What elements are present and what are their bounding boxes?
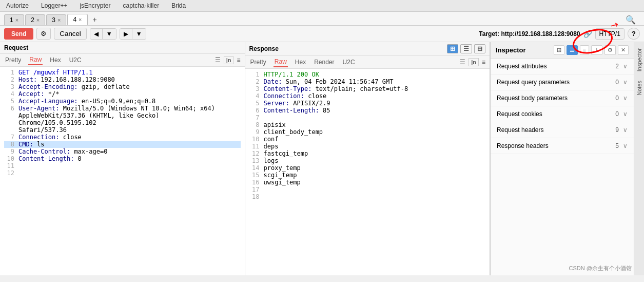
inspector-view-2[interactable]: ☰ — [567, 45, 578, 55]
response-header: Response ⊞ ☰ ⊟ — [245, 42, 490, 56]
prev-arrow[interactable]: ◀ — [90, 29, 103, 39]
response-action-list[interactable]: ☰ — [460, 59, 465, 66]
forward-down-arrow[interactable]: ▼ — [132, 29, 146, 39]
tab-2-close[interactable]: × — [36, 17, 40, 23]
request-line-6b: AppleWebKit/537.36 (KHTML, like Gecko) C… — [4, 112, 241, 126]
response-title: Response — [249, 45, 279, 52]
tab-3-close[interactable]: × — [57, 17, 61, 23]
request-line-7: 7 Connection: close — [4, 134, 241, 141]
inspector-count-body: 0 — [615, 95, 619, 102]
request-tab-hex[interactable]: Hex — [49, 55, 62, 65]
response-view-split[interactable]: ⊟ — [474, 44, 485, 53]
add-tab-button[interactable]: + — [89, 14, 101, 25]
cancel-button[interactable]: Cancel — [54, 28, 87, 40]
plugin-jsencrypter[interactable]: jsEncrypter — [77, 1, 112, 10]
request-action-menu[interactable]: ≡ — [237, 57, 240, 64]
chevron-cookies: ∨ — [623, 110, 628, 118]
forward-arrow[interactable]: ▶ — [120, 29, 132, 39]
request-line-5: 5 Accept-Language: en-US;q=0.9,en;q=0.8 — [4, 98, 241, 105]
request-line-6: 6 User-Agent: Mozilla/5.0 (Windows NT 10… — [4, 105, 241, 112]
tab-4[interactable]: 4 × — [67, 14, 87, 25]
response-line-13: 13 logs — [249, 157, 486, 164]
http-version[interactable]: HTTP/1 — [595, 28, 625, 40]
next-arrow[interactable]: ▼ — [103, 29, 116, 39]
chevron-attributes: ∨ — [623, 63, 628, 70]
plugin-logger[interactable]: Logger++ — [39, 1, 69, 10]
response-line-16: 16 uwsgi_temp — [249, 179, 486, 186]
response-line-4: 4 Connection: close — [249, 92, 486, 100]
tab-1[interactable]: 1 × — [4, 14, 24, 25]
response-tab-hex[interactable]: Hex — [294, 58, 307, 67]
request-content: 1 GET /mguwxf HTTP/1.1 2 Host: 192.168.1… — [0, 67, 245, 275]
request-tab-raw[interactable]: Raw — [28, 55, 43, 65]
tab-3-label: 3 — [52, 16, 55, 24]
inspector-content: Request attributes 2 ∨ Request query par… — [491, 59, 634, 275]
response-line-11: 11 deps — [249, 143, 486, 150]
request-action-list[interactable]: ☰ — [215, 57, 221, 64]
response-line-5: 5 Server: APISIX/2.9 — [249, 100, 486, 107]
response-tab-raw[interactable]: Raw — [274, 57, 288, 67]
chevron-req-headers: ∨ — [623, 126, 628, 134]
inspector-count-attributes: 2 — [615, 63, 619, 70]
target-url: Target: http://192.168.188.128:9080 — [479, 30, 580, 37]
search-icon[interactable]: 🔍 — [621, 15, 640, 25]
plugin-captcha[interactable]: captcha-killer — [121, 1, 161, 10]
tab-3[interactable]: 3 × — [46, 14, 66, 25]
response-line-3: 3 Content-Type: text/plain; charset=utf-… — [249, 85, 486, 92]
inspector-row-res-headers[interactable]: Response headers 5 ∨ — [491, 138, 634, 154]
inspector-row-cookies[interactable]: Request cookies 0 ∨ — [491, 106, 634, 122]
request-line-8: 8 CMD: ls — [4, 141, 241, 148]
chevron-query: ∨ — [623, 79, 628, 86]
inspector-count-query: 0 — [615, 79, 619, 86]
tab-1-close[interactable]: × — [15, 17, 18, 23]
request-line-3: 3 Accept-Encoding: gzip, deflate — [4, 83, 241, 90]
request-action-wrap[interactable]: |n — [224, 56, 234, 64]
inspector-view-1[interactable]: ⊞ — [554, 45, 564, 55]
response-tab-u2c[interactable]: U2C — [342, 58, 356, 67]
inspector-row-body[interactable]: Request body parameters 0 ∨ — [491, 90, 634, 106]
response-view-list[interactable]: ☰ — [460, 44, 472, 53]
response-line-18: 18 — [249, 193, 486, 200]
watermark: CSDN @余生有个小酒馆 — [569, 265, 632, 272]
inspector-label-res-headers: Response headers — [497, 142, 615, 149]
side-tab-notes[interactable]: Notes — [635, 77, 643, 100]
inspector-row-query[interactable]: Request query parameters 0 ∨ — [491, 74, 634, 90]
inspector-label-cookies: Request cookies — [497, 110, 615, 118]
response-view-grid[interactable]: ⊞ — [447, 44, 458, 53]
inspector-row-attributes[interactable]: Request attributes 2 ∨ — [491, 59, 634, 74]
request-tab-pretty[interactable]: Pretty — [4, 55, 22, 65]
response-line-6: 6 Content-Length: 85 — [249, 107, 486, 114]
help-button[interactable]: ? — [628, 28, 640, 40]
inspector-row-req-headers[interactable]: Request headers 9 ∨ — [491, 122, 634, 138]
request-line-2: 2 Host: 192.168.188.128:9080 — [4, 76, 241, 83]
response-tab-pretty[interactable]: Pretty — [249, 58, 267, 67]
nav-arrows: ◀ ▼ — [90, 28, 116, 40]
request-line-10: 10 Content-Length: 0 — [4, 155, 241, 162]
response-tab-render[interactable]: Render — [313, 58, 335, 67]
response-line-12: 12 fastcgi_temp — [249, 150, 486, 157]
settings-button[interactable]: ⚙ — [36, 28, 51, 40]
response-line-9: 9 client_body_temp — [249, 128, 486, 136]
request-title: Request — [4, 44, 28, 51]
request-tab-u2c[interactable]: U2C — [68, 55, 83, 65]
send-button[interactable]: Send — [4, 28, 33, 40]
tab-2[interactable]: 2 × — [25, 14, 45, 25]
request-line-12: 12 — [4, 170, 241, 177]
request-line-9: 9 Cache-Control: max-age=0 — [4, 148, 241, 155]
response-action-menu[interactable]: ≡ — [482, 59, 485, 66]
response-content: 1 HTTP/1.1 200 OK 2 Date: Sun, 04 Feb 20… — [245, 69, 490, 275]
request-header: Request — [0, 42, 245, 54]
link-icon[interactable]: 🔗 — [583, 30, 592, 38]
inspector-close[interactable]: ✕ — [618, 45, 629, 55]
side-tab-inspector[interactable]: Inspector — [635, 44, 643, 76]
tab-4-close[interactable]: × — [79, 16, 82, 23]
response-action-wrap[interactable]: |n — [469, 58, 479, 66]
inspector-view-3[interactable]: ≡ — [580, 45, 589, 55]
plugin-brida[interactable]: Brida — [169, 1, 188, 10]
inspector-view-4[interactable]: ⊥ — [591, 45, 602, 55]
nav-arrows-2: ▶ ▼ — [120, 28, 146, 40]
chevron-body: ∨ — [623, 95, 628, 102]
plugin-autorize[interactable]: Autorize — [4, 1, 31, 10]
inspector-settings[interactable]: ⚙ — [604, 45, 616, 55]
response-line-10: 10 conf — [249, 136, 486, 143]
